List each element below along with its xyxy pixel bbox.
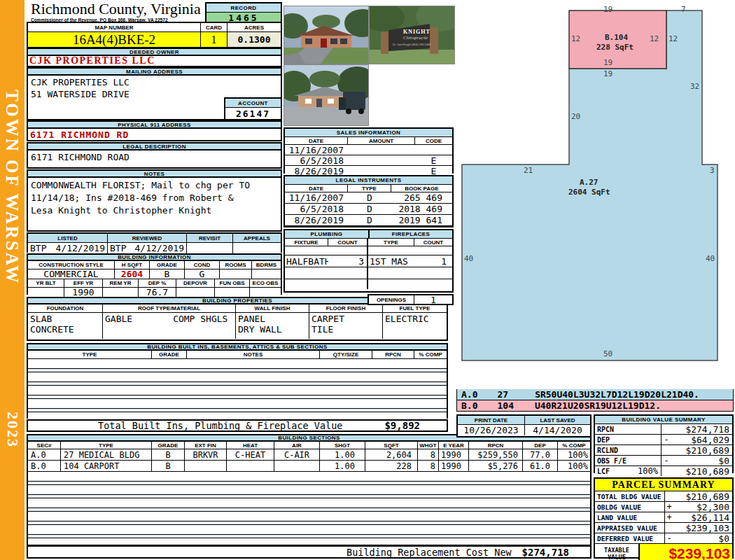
sec-extfin-header: EXT FIN: [185, 442, 227, 449]
parcel-land-label: LAND VALUE: [595, 512, 665, 522]
taxable-row: TAXABLE VALUE $239,103: [595, 544, 732, 560]
sign-info: Dr. Joel Knight (804) 333-5288: [393, 43, 430, 46]
sec-a-shgt: 1.00: [320, 449, 365, 460]
effyr: 1990: [64, 288, 103, 297]
yrblt-header: YR BLT: [28, 279, 64, 287]
map-number-value: 16A4(4)BKE-2: [28, 32, 201, 47]
funobs: [215, 288, 250, 297]
fuel-type-cell: ELECTRIC: [383, 313, 447, 339]
sales-date-header: DATE: [285, 137, 348, 144]
physical-address: 6171 RICHMOND RD: [28, 130, 129, 140]
builtins-rpcn-header: RPCN: [372, 351, 414, 358]
dim-label: 19: [603, 58, 612, 67]
sales-code-header: CODE: [415, 137, 452, 144]
vs-obs-label: OBS F/E: [597, 457, 626, 465]
roof-header: ROOF TYPE/MATERIAL: [103, 304, 236, 312]
sales-amount-header: AMOUNT: [348, 137, 415, 144]
sales-1-code: E: [415, 155, 452, 165]
county-header: Richmond County, Virginia Commissioner o…: [31, 1, 206, 22]
sec-b-id: B.0: [28, 461, 61, 471]
legend-a-code: 27: [497, 389, 508, 400]
replacement-cost-value: $274,718: [522, 547, 569, 558]
sec-b-whgt: 8: [418, 461, 439, 471]
parcel-obldg-value: $2,300: [673, 502, 732, 512]
sales-2-code: E: [415, 166, 452, 176]
vs-rpcn-label: RPCN: [597, 426, 614, 433]
account-value: 26147: [225, 108, 281, 119]
vs-lcf-value: $210,689: [671, 466, 732, 476]
legend-b-sec: B.0: [461, 400, 477, 411]
section-row-a: A.0 27 MEDICAL BLDG B BRKVR C-HEAT C-AIR…: [28, 449, 590, 461]
sec-a-comp: 100%: [558, 449, 590, 460]
notes-bar: NOTES: [27, 169, 282, 178]
sec-b-ext: [185, 461, 227, 471]
fireplace-count-header: COUNT: [414, 239, 452, 246]
value-summary-row: RCLND $210,689: [595, 445, 732, 456]
print-saved-table: PRINT DATE LAST SAVED 10/26/2023 4/14/20…: [456, 414, 592, 438]
hsqft-header: H SQFT: [115, 261, 150, 269]
legal-instruments-bar: LEGAL INSTRUMENTS: [285, 176, 452, 185]
sec-b-air: [274, 461, 320, 471]
foundation-line2: CONCRETE: [30, 324, 74, 335]
property-record-card: TOWN OF WARSAW 2023 Richmond County, Vir…: [0, 0, 735, 560]
sketch-area-a-sqft: 2604 SqFt: [568, 188, 610, 197]
dep-header: DEP %: [139, 279, 176, 287]
sketch-area-a-name: A.27: [580, 178, 598, 187]
dim-label: 12: [650, 34, 659, 43]
openings-value: 1: [414, 295, 452, 304]
physical-address-bar: PHYSICAL 911 ADDRESS: [27, 120, 282, 129]
acres-value: 0.1300: [227, 32, 281, 47]
builtins-type-header: TYPE: [28, 351, 152, 358]
instr-0-date: 11/16/2007: [285, 192, 348, 203]
notes-box: COMMONWEALTH FLORIST; Mail to chg per TO…: [27, 178, 282, 232]
legend-b-path: U40R21U20SR19U12L19D12.: [535, 400, 661, 411]
vs-rclnd-label: RCLND: [597, 447, 618, 454]
foundation-header: FOUNDATION: [28, 304, 103, 312]
dim-label: 50: [603, 349, 612, 358]
listed-header: LISTED: [28, 234, 108, 242]
parcel-total-bldg-label: TOTAL BLDG VALUE: [595, 491, 665, 501]
last-saved-header: LAST SAVED: [525, 416, 590, 424]
building-properties-table: FOUNDATION ROOF TYPE/MATERIAL WALL FINIS…: [27, 304, 448, 341]
sign-title: KNIGHT: [403, 29, 430, 35]
taxable-label-line2: VALUE: [608, 554, 626, 560]
sec-a-grade: B: [152, 449, 185, 460]
dim-label: 32: [690, 82, 699, 91]
parcel-deferred-value: $0: [673, 533, 732, 543]
card-value: 1: [201, 32, 227, 47]
sales-2-amount: [348, 166, 415, 176]
physical-address-box: 6171 RICHMOND RD: [27, 129, 282, 141]
fireplaces-bar: FIREPLACES: [370, 230, 452, 238]
plumbing-empty-row: [285, 246, 452, 255]
instr-1-book: 2018 469: [391, 204, 452, 214]
dim-label: 12: [571, 34, 580, 43]
record-label: RECORD: [206, 4, 281, 13]
vs-obs-sign: -: [662, 456, 671, 465]
sales-table: SALES INFORMATION DATE AMOUNT CODE 11/16…: [284, 127, 454, 174]
floor-line2: TILE: [312, 324, 333, 335]
fireplace-type-header: TYPE: [368, 239, 414, 246]
building-information-table: CONSTRUCTION STYLE H SQFT GRADE COND ROO…: [27, 261, 282, 295]
depovr: [176, 288, 215, 297]
building-value-summary-bar: BUILDING VALUE SUMMARY: [595, 416, 732, 424]
instr-2-type: D: [348, 215, 391, 225]
construction-style-header: CONSTRUCTION STYLE: [28, 261, 115, 269]
vs-lcf-label: LCF: [597, 468, 610, 475]
legal-description-bar: LEGAL DESCRIPTION: [27, 142, 282, 150]
remyr: [103, 288, 139, 297]
sign-subtitle: Chiropractic: [403, 35, 428, 41]
cond: G: [185, 270, 220, 279]
sec-grade-header: GRADE: [152, 442, 185, 449]
vs-dep-sign: -: [662, 435, 671, 444]
fixture-count-value: 3: [328, 255, 368, 267]
notes-line1: COMMONWEALTH FLORIST; Mail to chg per TO: [28, 178, 281, 192]
builtins-qty-header: QTY/SIZE: [320, 351, 372, 358]
dim-label: 40: [464, 254, 473, 263]
property-photo-side: [284, 64, 369, 126]
ecoobs: [250, 288, 281, 297]
instrument-row: 8/26/2019 D 2019 641: [285, 215, 452, 226]
sales-row: 11/16/2007: [285, 145, 452, 155]
sec-b-eyear: 1990: [439, 461, 469, 471]
last-saved-value: 4/14/2020: [525, 425, 590, 435]
sec-b-grade: B: [152, 461, 185, 471]
